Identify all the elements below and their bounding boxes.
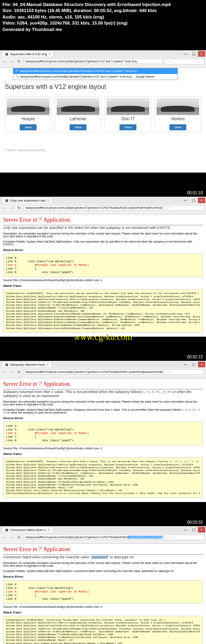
browser-tab[interactable]: ▦ Subquery returned more × (2, 361, 52, 367)
timestamp: 00:01:10 (187, 191, 203, 195)
exception-details: Exception Details: System.Data.SqlClient… (3, 240, 203, 246)
search-input[interactable]: ☆ ≡ (164, 369, 204, 375)
close-icon[interactable]: × (198, 51, 205, 57)
search-input[interactable]: ☆ ≡ (164, 59, 204, 64)
view-button[interactable]: View (20, 124, 36, 130)
close-icon[interactable]: × (47, 528, 49, 532)
forward-icon[interactable]: → (9, 535, 14, 540)
forward-icon[interactable]: → (9, 59, 14, 64)
car-name: Veneno (157, 117, 199, 121)
reload-icon[interactable]: ↻ (16, 205, 22, 211)
page-icon: ▦ (5, 363, 8, 366)
stack-trace: [SqlException (0x80131904): Subquery ret… (3, 457, 203, 498)
page-icon: ▦ (5, 199, 8, 202)
footer: © 2015 - Hack Yourself First (5, 148, 201, 152)
back-icon[interactable]: ← (2, 205, 7, 211)
car-image (107, 98, 149, 115)
forward-icon[interactable]: → (9, 205, 14, 211)
reload-icon[interactable]: ↻ (16, 535, 22, 540)
back-icon[interactable]: ← (2, 369, 7, 375)
maximize-icon[interactable]: ▢ (190, 198, 197, 203)
frame-2: ▦ Only one expression can × — ▢ × ← → ↻ … (0, 197, 206, 337)
error-title: Server Error in '/' Application. (3, 546, 203, 553)
url-suggestions: 🔍 hackyourselffirst.troyhunt.com/CarsByC… (13, 68, 178, 80)
minimize-icon[interactable]: — (182, 198, 189, 203)
frame-4: ▦ Conversion failed when c × — ▢ × ← → ↻… (0, 526, 206, 644)
address-bar[interactable]: hackyourselffirst.troyhunt.com/CarsByCyl… (23, 369, 163, 374)
source-code-box: Line 4: Line 5: <div class="row marketin… (3, 422, 203, 445)
car-card: LaFerrari View (55, 96, 101, 132)
close-icon[interactable]: × (198, 362, 205, 367)
address-bar[interactable]: hackyourselffirst.troyhunt.com/CarsByCyl… (23, 59, 163, 64)
maximize-icon[interactable]: ▢ (190, 51, 197, 57)
error-subtitle: Subquery returned more than 1 value. Thi… (3, 390, 203, 398)
reload-icon[interactable]: ↻ (16, 369, 22, 375)
forward-icon[interactable]: → (9, 369, 14, 375)
car-name: One-77 (107, 117, 149, 121)
stack-trace-label: Stack Trace: (3, 452, 203, 456)
source-file: Source File: d:\home\site\wwwroot\Views\… (3, 447, 203, 450)
browser-tab[interactable]: ▦ Supercars with a V12 eng × (2, 51, 54, 57)
car-name: Huayra (7, 117, 49, 121)
address-bar[interactable]: hackyourselffirst.troyhunt.com/CarsByCyl… (23, 205, 163, 210)
search-input[interactable]: ☆ ≡ (164, 535, 204, 540)
page-title: Supercars with a V12 engine layout (5, 83, 201, 91)
browser-chrome: ▦ Conversion failed when c × — ▢ × ← → ↻… (0, 526, 206, 544)
browser-chrome: ▦ Supercars with a V12 eng × — ▢ × ← → ↻… (0, 50, 206, 68)
minimize-icon[interactable]: — (182, 527, 189, 533)
error-title: Server Error in '/' Application. (3, 217, 203, 223)
search-input[interactable]: ☆ ≡ (164, 205, 204, 211)
source-code-box: Line 4: Line 5: <div class="row marketin… (3, 580, 203, 604)
close-icon[interactable]: × (49, 52, 51, 56)
tab-title: Conversion failed when c (10, 528, 46, 532)
close-icon[interactable]: × (198, 527, 205, 533)
stack-trace-label: Stack Trace: (3, 284, 203, 288)
minimize-icon[interactable]: — (182, 51, 189, 57)
stack-trace: [SqlException (0x80131904): Only one exp… (3, 289, 203, 332)
stack-trace: [SqlException (0x80131904): Conversion f… (3, 616, 203, 644)
error-subtitle: Only one expression can be specified in … (3, 226, 203, 230)
car-grid: Huayra View LaFerrari View One-77 View V… (5, 96, 201, 132)
close-icon[interactable]: × (47, 198, 49, 202)
car-card: Huayra View (5, 96, 52, 132)
error-description: Description: An unhandled exception occu… (3, 562, 203, 567)
frame-3: ▦ Subquery returned more × — ▢ × ← → ↻ h… (0, 361, 206, 502)
back-icon[interactable]: ← (2, 535, 7, 540)
source-error-label: Source Error: (3, 248, 203, 252)
exception-details: Exception Details: System.Data.SqlClient… (3, 570, 203, 572)
back-icon[interactable]: ← (2, 59, 7, 64)
view-button[interactable]: View (119, 124, 136, 130)
error-description: Description: An unhandled exception occu… (3, 232, 203, 238)
error-description: Description: An unhandled exception occu… (3, 400, 203, 406)
browser-tab[interactable]: ▦ Only one expression can × (2, 197, 53, 203)
maximize-icon[interactable]: ▢ (190, 527, 197, 533)
minimize-icon[interactable]: — (182, 362, 189, 367)
exception-details: Exception Details: System.Data.SqlClient… (3, 408, 203, 414)
maximize-icon[interactable]: ▢ (190, 362, 197, 367)
address-bar[interactable]: hackyourselffirst.troyhunt.com/CarsByCyl… (23, 535, 163, 540)
car-card: Veneno View (154, 96, 201, 132)
frame-1: ▦ Supercars with a V12 eng × — ▢ × ← → ↻… (0, 50, 206, 173)
timestamp: 00:03:32 (187, 520, 203, 525)
reload-icon[interactable]: ↻ (16, 59, 22, 64)
close-icon[interactable]: × (198, 198, 205, 203)
source-file: Source File: d:\home\site\wwwroot\Views\… (3, 605, 203, 608)
page-icon: ▦ (5, 528, 8, 532)
view-button[interactable]: View (169, 124, 186, 130)
tab-title: Supercars with a V12 eng (10, 52, 47, 56)
browser-tab[interactable]: ▦ Conversion failed when c × (2, 527, 54, 533)
error-title: Server Error in '/' Application. (3, 381, 203, 387)
stack-trace-label: Stack Trace: (3, 611, 203, 614)
file-metadata: File: 04_04-Manual Database Structure Di… (0, 0, 206, 34)
url-suggestion[interactable]: 🔍 hackyourselffirst.troyhunt.com/CarsByC… (13, 74, 177, 80)
tab-title: Subquery returned more (10, 363, 45, 366)
error-subtitle: Conversion failed when converting the nv… (3, 555, 203, 559)
view-button[interactable]: View (70, 124, 86, 130)
car-name: LaFerrari (57, 117, 99, 121)
tab-title: Only one expression can (10, 199, 45, 202)
car-image (57, 98, 99, 115)
url-suggestion[interactable]: 🔍 hackyourselffirst.troyhunt.com/CarsByC… (13, 68, 177, 74)
car-image (157, 98, 199, 115)
close-icon[interactable]: × (47, 362, 49, 366)
source-code-box: Line 4: Line 5: <div class="row marketin… (3, 253, 203, 277)
